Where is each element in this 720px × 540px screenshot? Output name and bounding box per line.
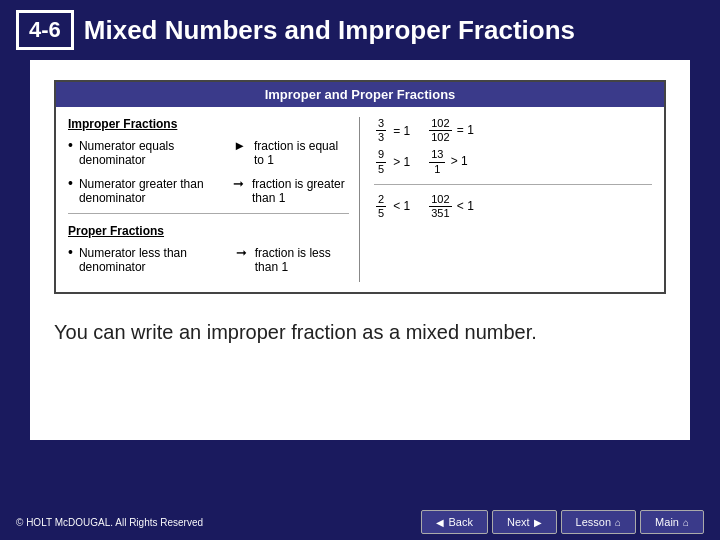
bullet-icon-3: • — [68, 244, 73, 260]
example-row-1: 3 3 = 1 102 102 = 1 — [374, 117, 652, 144]
frac-3-3: 3 3 — [376, 117, 386, 144]
bullet-row-1: • Numerator equals denominator ► fractio… — [68, 137, 349, 167]
footer: © HOLT McDOUGAL. All Rights Reserved ◀ B… — [0, 504, 720, 540]
bullet-row-2: • Numerator greater than denominator ➞ f… — [68, 175, 349, 205]
body-text: You can write an improper fraction as a … — [54, 318, 666, 346]
lesson-badge: 4-6 — [16, 10, 74, 50]
bullet3-result: fraction is less than 1 — [255, 246, 349, 274]
separator-right — [374, 184, 652, 185]
frac-9-5: 9 5 — [376, 148, 386, 175]
arrow-icon-3: ➞ — [236, 245, 247, 260]
lesson-home-icon: ⌂ — [615, 517, 621, 528]
copyright-text: © HOLT McDOUGAL. All Rights Reserved — [16, 517, 203, 528]
next-button[interactable]: Next ▶ — [492, 510, 557, 534]
bullet-icon-2: • — [68, 175, 73, 191]
frac-13-1: 13 1 — [429, 148, 445, 175]
next-label: Next — [507, 516, 530, 528]
fraction-left-col: Improper Fractions • Numerator equals de… — [68, 117, 360, 282]
lesson-label: Lesson — [576, 516, 611, 528]
back-arrow-icon: ◀ — [436, 517, 444, 528]
frac-2-5: 2 5 — [376, 193, 386, 220]
bullet2-result: fraction is greater than 1 — [252, 177, 349, 205]
header: 4-6 Mixed Numbers and Improper Fractions — [0, 0, 720, 60]
lesson-button[interactable]: Lesson ⌂ — [561, 510, 637, 534]
bullet3-text: Numerator less than denominator — [79, 246, 228, 274]
main-home-icon: ⌂ — [683, 517, 689, 528]
bullet-icon-1: • — [68, 137, 73, 153]
main-label: Main — [655, 516, 679, 528]
back-label: Back — [448, 516, 472, 528]
bullet1-text: Numerator equals denominator — [79, 139, 225, 167]
fraction-right-col: 3 3 = 1 102 102 = 1 — [360, 117, 652, 282]
separator — [68, 213, 349, 214]
bullet2-text: Numerator greater than denominator — [79, 177, 225, 205]
footer-buttons: ◀ Back Next ▶ Lesson ⌂ Main ⌂ — [421, 510, 704, 534]
fraction-table-body: Improper Fractions • Numerator equals de… — [56, 107, 664, 292]
improper-section-title: Improper Fractions — [68, 117, 349, 131]
frac-102-351: 102 351 — [429, 193, 451, 220]
proper-examples: 2 5 < 1 102 351 < 1 — [374, 193, 652, 220]
bullet1-result: fraction is equal to 1 — [254, 139, 349, 167]
proper-section: Proper Fractions • Numerator less than d… — [68, 224, 349, 274]
bullet-row-3: • Numerator less than denominator ➞ frac… — [68, 244, 349, 274]
arrow-icon-1: ► — [233, 138, 246, 153]
example-row-3: 2 5 < 1 102 351 < 1 — [374, 193, 652, 220]
fraction-table: Improper and Proper Fractions Improper F… — [54, 80, 666, 294]
main-content: Improper and Proper Fractions Improper F… — [30, 60, 690, 440]
back-button[interactable]: ◀ Back — [421, 510, 487, 534]
proper-section-title: Proper Fractions — [68, 224, 349, 238]
fraction-table-header: Improper and Proper Fractions — [56, 82, 664, 107]
improper-examples: 3 3 = 1 102 102 = 1 — [374, 117, 652, 176]
frac-102-102: 102 102 — [429, 117, 451, 144]
page-title: Mixed Numbers and Improper Fractions — [84, 15, 575, 46]
next-arrow-icon: ▶ — [534, 517, 542, 528]
main-button[interactable]: Main ⌂ — [640, 510, 704, 534]
example-row-2: 9 5 > 1 13 1 > 1 — [374, 148, 652, 175]
arrow-icon-2: ➞ — [233, 176, 244, 191]
